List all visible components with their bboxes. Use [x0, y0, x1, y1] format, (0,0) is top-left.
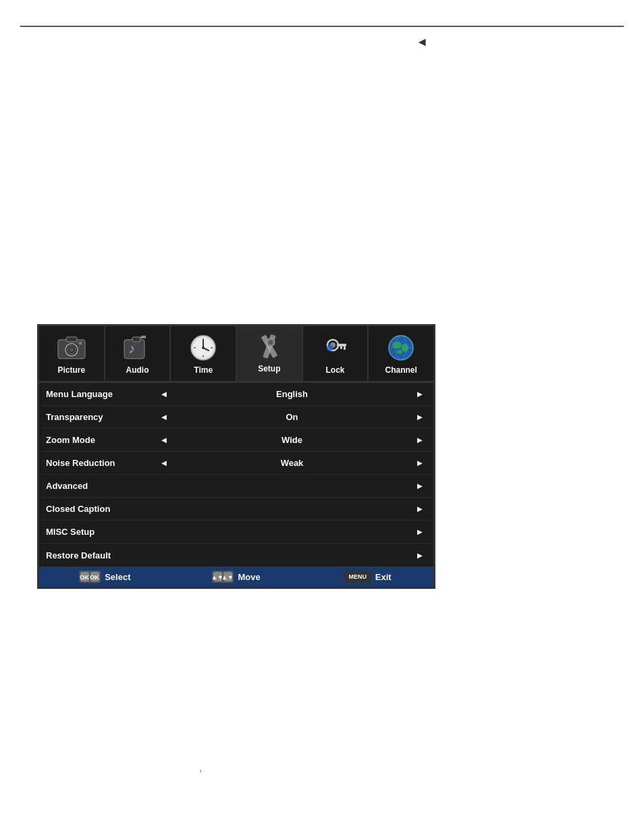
- select-control: OK OK Select: [46, 571, 164, 583]
- page-comma: ,: [199, 762, 202, 773]
- zoom-mode-value: Wide: [171, 435, 413, 445]
- transparency-label: Transparency: [46, 412, 157, 422]
- tab-time[interactable]: Time: [171, 326, 237, 381]
- restore-default-right-arrow[interactable]: ►: [413, 550, 427, 561]
- select-label: Select: [105, 572, 130, 582]
- svg-point-21: [269, 340, 273, 344]
- transparency-left-arrow[interactable]: ◄: [157, 412, 171, 422]
- tab-setup[interactable]: Setup: [237, 326, 303, 381]
- closed-caption-label: Closed Caption: [46, 504, 157, 514]
- zoom-mode-left-arrow[interactable]: ◄: [157, 435, 171, 445]
- audio-icon: ♪: [123, 333, 153, 363]
- zoom-mode-label: Zoom Mode: [46, 435, 157, 445]
- row-transparency[interactable]: Transparency ◄ On ►: [39, 406, 433, 429]
- tab-channel[interactable]: Channel: [369, 326, 433, 381]
- row-closed-caption[interactable]: Closed Caption ►: [39, 498, 433, 521]
- svg-rect-26: [340, 346, 342, 349]
- ok-button-icon: OK OK: [79, 571, 101, 583]
- exit-label: Exit: [375, 572, 392, 582]
- svg-text:♪: ♪: [128, 341, 135, 356]
- row-menu-language[interactable]: Menu Language ◄ English ►: [39, 383, 433, 406]
- transparency-value: On: [171, 412, 413, 422]
- row-zoom-mode[interactable]: Zoom Mode ◄ Wide ►: [39, 429, 433, 452]
- misc-setup-right-arrow[interactable]: ►: [413, 527, 427, 537]
- tab-lock[interactable]: Lock: [303, 326, 369, 381]
- menu-rows: Menu Language ◄ English ► Transparency ◄…: [39, 383, 433, 567]
- row-misc-setup[interactable]: MISC Setup ►: [39, 521, 433, 544]
- setup-icon: [254, 332, 284, 361]
- tab-channel-label: Channel: [385, 365, 417, 375]
- move-button-icon: ▲▼ ▲▼: [212, 571, 234, 583]
- menu-button-icon: MENU: [344, 571, 371, 583]
- noise-reduction-left-arrow[interactable]: ◄: [157, 458, 171, 468]
- move-label: Move: [238, 572, 260, 582]
- main-menu: Picture ♪ Audio: [37, 324, 435, 589]
- tab-time-label: Time: [194, 365, 213, 375]
- tab-bar: Picture ♪ Audio: [39, 326, 433, 383]
- clock-icon: [188, 333, 218, 363]
- noise-reduction-right-arrow[interactable]: ►: [413, 458, 427, 468]
- row-advanced[interactable]: Advanced ►: [39, 475, 433, 498]
- top-arrow-indicator: ◄: [416, 35, 428, 49]
- noise-reduction-value: Weak: [171, 458, 413, 468]
- svg-point-4: [70, 348, 74, 352]
- svg-point-13: [202, 346, 205, 349]
- camera-icon: [57, 333, 86, 363]
- svg-rect-1: [66, 337, 77, 342]
- row-noise-reduction[interactable]: Noise Reduction ◄ Weak ►: [39, 452, 433, 475]
- menu-language-value: English: [171, 389, 413, 399]
- noise-reduction-label: Noise Reduction: [46, 458, 157, 468]
- svg-text:OK: OK: [90, 574, 99, 581]
- svg-point-31: [397, 350, 402, 354]
- menu-language-label: Menu Language: [46, 389, 157, 399]
- row-restore-default[interactable]: Restore Default ►: [39, 544, 433, 567]
- svg-point-5: [78, 341, 82, 344]
- misc-setup-label: MISC Setup: [46, 527, 157, 537]
- top-divider: [20, 26, 624, 27]
- tab-picture-label: Picture: [57, 365, 85, 375]
- tab-lock-label: Lock: [326, 365, 345, 375]
- lock-icon: [321, 333, 350, 363]
- svg-rect-24: [337, 344, 346, 346]
- advanced-label: Advanced: [46, 481, 157, 491]
- svg-text:OK: OK: [80, 574, 89, 581]
- exit-control: MENU Exit: [308, 571, 427, 583]
- svg-point-29: [392, 342, 402, 348]
- svg-text:▲▼: ▲▼: [221, 574, 233, 581]
- zoom-mode-right-arrow[interactable]: ►: [413, 435, 427, 445]
- transparency-right-arrow[interactable]: ►: [413, 412, 427, 422]
- tab-audio[interactable]: ♪ Audio: [105, 326, 171, 381]
- svg-point-27: [327, 344, 333, 351]
- tab-audio-label: Audio: [126, 365, 149, 375]
- move-control: ▲▼ ▲▼ Move: [178, 571, 296, 583]
- svg-rect-25: [344, 346, 346, 350]
- restore-default-label: Restore Default: [46, 550, 157, 561]
- advanced-right-arrow[interactable]: ►: [413, 481, 427, 491]
- menu-language-right-arrow[interactable]: ►: [413, 389, 427, 399]
- tab-setup-label: Setup: [258, 364, 280, 373]
- bottom-bar: OK OK Select ▲▼ ▲▼ Move MENU Exit: [39, 567, 433, 587]
- tab-picture[interactable]: Picture: [39, 326, 105, 381]
- closed-caption-right-arrow[interactable]: ►: [413, 504, 427, 514]
- channel-icon: [386, 333, 416, 363]
- menu-language-left-arrow[interactable]: ◄: [157, 389, 171, 399]
